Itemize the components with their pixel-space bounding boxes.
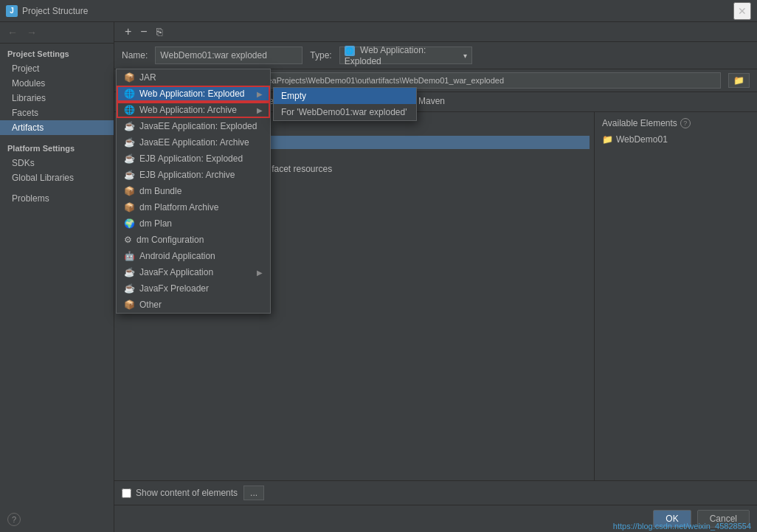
window-title: Project Structure xyxy=(22,6,88,16)
ejb-exploded-icon: ☕ xyxy=(124,153,135,164)
dropdown-item-javafx[interactable]: ☕ JavaFx Application ▶ xyxy=(117,264,270,280)
sidebar-item-global-libraries[interactable]: Global Libraries xyxy=(0,170,114,185)
dropdown-item-dm-bundle[interactable]: 📦 dm Bundle xyxy=(117,183,270,199)
chevron-right-icon: ▶ xyxy=(257,90,263,98)
dropdown-item-label: dm Plan xyxy=(139,218,172,229)
available-item-webdemo01[interactable]: 📁 WebDemo01 xyxy=(599,133,753,146)
sidebar-item-problems[interactable]: Problems xyxy=(0,191,114,206)
dropdown-item-label: JAR xyxy=(139,72,156,83)
dm-bundle-icon: 📦 xyxy=(124,186,135,196)
sidebar-item-label: Facets xyxy=(12,108,38,118)
nav-forward-button[interactable]: → xyxy=(24,25,40,40)
dropdown-item-label: EJB Application: Archive xyxy=(139,170,235,180)
sidebar-item-label: Artifacts xyxy=(12,122,44,133)
context-popup-item-empty[interactable]: Empty xyxy=(274,88,416,104)
copy-button[interactable]: ⎘ xyxy=(153,26,165,38)
context-popup-label: For 'WebDemo01:war exploded' xyxy=(281,107,407,117)
type-label: Type: xyxy=(310,50,331,61)
sidebar-item-sdks[interactable]: SDKs xyxy=(0,156,114,170)
dropdown-item-android[interactable]: 🤖 Android Application xyxy=(117,248,270,264)
chevron-right-icon: ▶ xyxy=(257,269,263,277)
dropdown-item-label: dm Platform Archive xyxy=(139,202,218,213)
dropdown-item-jar[interactable]: 📦 JAR xyxy=(117,69,270,86)
close-button[interactable]: ✕ xyxy=(733,2,751,20)
web-archive-icon: 🌐 xyxy=(124,105,135,115)
content-header: Name: Type: 🌐 Web Application: Exploded … xyxy=(114,42,757,69)
sidebar-item-label: Modules xyxy=(12,78,45,89)
sidebar-item-label: Libraries xyxy=(12,93,46,103)
available-item-label: WebDemo01 xyxy=(616,134,668,145)
dropdown-item-javaee-archive[interactable]: ☕ JavaEE Application: Archive xyxy=(117,134,270,151)
dropdown-item-label: dm Bundle xyxy=(139,186,182,196)
javaee-exploded-icon: ☕ xyxy=(124,121,135,131)
available-elements-label: Available Elements ? xyxy=(599,117,753,133)
sidebar-item-modules[interactable]: Modules xyxy=(0,76,114,91)
dropdown-item-label: dm Configuration xyxy=(136,235,204,245)
javaee-archive-icon: ☕ xyxy=(124,137,135,148)
dropdown-menu: 📦 JAR 🌐 Web Application: Exploded ▶ 🌐 We… xyxy=(116,69,271,314)
show-content-label: Show content of elements xyxy=(136,488,238,498)
app-icon: J xyxy=(6,5,18,17)
dropdown-item-dm-plan[interactable]: 🌍 dm Plan xyxy=(117,215,270,232)
dropdown-item-dm-platform[interactable]: 📦 dm Platform Archive xyxy=(117,199,270,215)
web-exploded-icon: 🌐 xyxy=(124,89,135,99)
context-popup: Empty For 'WebDemo01:war exploded' xyxy=(273,87,417,121)
dropdown-item-web-exploded[interactable]: 🌐 Web Application: Exploded ▶ xyxy=(117,86,270,102)
ellipsis-button[interactable]: ... xyxy=(243,486,264,500)
dropdown-item-label: JavaEE Application: Archive xyxy=(139,137,249,148)
sidebar-item-facets[interactable]: Facets xyxy=(0,106,114,120)
dm-config-icon: ⚙ xyxy=(124,235,132,245)
type-select-icon: 🌐 xyxy=(345,46,355,56)
dropdown-item-label: EJB Application: Exploded xyxy=(139,153,243,164)
help-button[interactable]: ? xyxy=(7,513,21,526)
add-button[interactable]: + xyxy=(122,25,134,38)
output-dir-input[interactable] xyxy=(195,72,721,89)
url-bar: https://blog.csdn.net/weixin_45828554 xyxy=(607,520,757,532)
javafx-preloader-icon: ☕ xyxy=(124,283,135,294)
jar-icon: 📦 xyxy=(124,72,135,83)
dropdown-item-javafx-preloader[interactable]: ☕ JavaFx Preloader xyxy=(117,280,270,297)
nav-back-button[interactable]: ← xyxy=(4,25,21,40)
name-input[interactable] xyxy=(155,46,303,64)
other-icon: 📦 xyxy=(124,300,135,310)
browse-folder-button[interactable]: 📁 xyxy=(728,73,750,88)
sidebar-nav: ← → xyxy=(0,22,114,44)
add-toolbar: + − ⎘ xyxy=(114,22,757,42)
show-content-check[interactable] xyxy=(122,488,131,498)
tree-right: Available Elements ? 📁 WebDemo01 xyxy=(595,112,757,480)
sidebar-item-label: SDKs xyxy=(12,158,35,168)
dropdown-item-web-archive[interactable]: 🌐 Web Application: Archive ▶ xyxy=(117,102,270,118)
dropdown-item-label: Android Application xyxy=(139,251,215,261)
dropdown-item-dm-config[interactable]: ⚙ dm Configuration xyxy=(117,232,270,248)
available-item-icon: 📁 xyxy=(602,134,613,145)
remove-button[interactable]: − xyxy=(137,25,150,38)
sidebar-item-project[interactable]: Project xyxy=(0,61,114,76)
javafx-icon: ☕ xyxy=(124,267,135,277)
ejb-archive-icon: ☕ xyxy=(124,170,135,180)
dropdown-item-ejb-exploded[interactable]: ☕ EJB Application: Exploded xyxy=(117,151,270,167)
type-select-value: Web Application: Exploded xyxy=(345,45,426,66)
title-bar-left: J Project Structure xyxy=(6,5,88,17)
dm-plan-icon: 🌍 xyxy=(124,218,135,229)
title-bar: J Project Structure ✕ xyxy=(0,0,757,22)
sidebar-item-libraries[interactable]: Libraries xyxy=(0,91,114,106)
chevron-right-icon: ▶ xyxy=(257,106,263,114)
dropdown-item-label: JavaEE Application: Exploded xyxy=(139,121,257,131)
dropdown-item-ejb-archive[interactable]: ☕ EJB Application: Archive xyxy=(117,167,270,183)
content-footer: Show content of elements ... xyxy=(114,480,757,505)
dropdown-item-label: JavaFx Application xyxy=(139,267,213,277)
dropdown-item-javaee-exploded[interactable]: ☕ JavaEE Application: Exploded xyxy=(117,118,270,134)
context-popup-label: Empty xyxy=(281,91,306,101)
context-popup-item-for-webdemo01[interactable]: For 'WebDemo01:war exploded' xyxy=(274,104,416,120)
dropdown-item-label: JavaFx Preloader xyxy=(139,283,209,294)
dm-platform-icon: 📦 xyxy=(124,202,135,213)
sidebar: ← → Project Settings Project Modules Lib… xyxy=(0,22,114,532)
dropdown-item-other[interactable]: 📦 Other xyxy=(117,297,270,313)
name-label: Name: xyxy=(122,50,148,61)
dropdown-item-label: Web Application: Exploded xyxy=(139,89,245,99)
sidebar-item-label: Project xyxy=(12,63,39,74)
type-select[interactable]: 🌐 Web Application: Exploded ▾ xyxy=(339,46,472,64)
help-circle-icon: ? xyxy=(680,118,691,128)
sidebar-item-artifacts[interactable]: Artifacts xyxy=(0,120,114,135)
type-select-chevron: ▾ xyxy=(463,52,467,60)
